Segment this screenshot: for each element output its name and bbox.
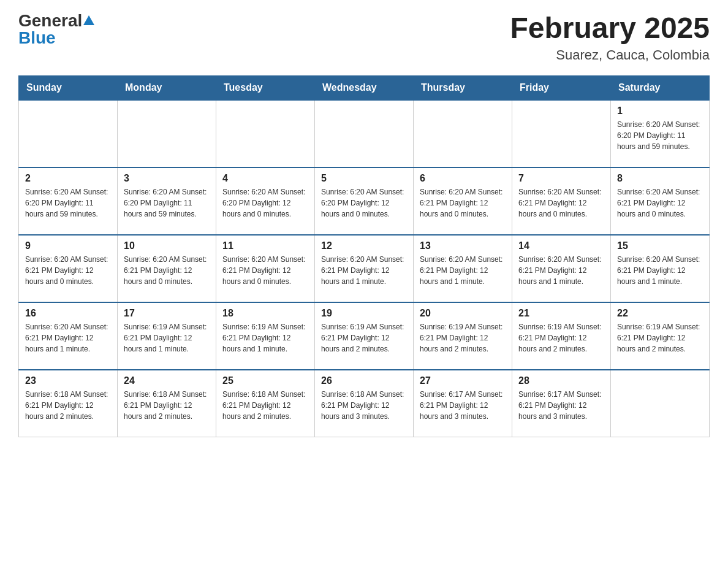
table-row: 6Sunrise: 6:20 AM Sunset: 6:21 PM Daylig… xyxy=(414,167,512,235)
day-number: 12 xyxy=(321,240,407,251)
day-number: 13 xyxy=(420,240,506,251)
day-number: 24 xyxy=(124,375,210,386)
day-number: 10 xyxy=(124,240,210,251)
table-row: 18Sunrise: 6:19 AM Sunset: 6:21 PM Dayli… xyxy=(216,302,315,370)
table-row: 19Sunrise: 6:19 AM Sunset: 6:21 PM Dayli… xyxy=(315,302,414,370)
day-number: 1 xyxy=(617,105,703,117)
day-number: 14 xyxy=(518,240,604,251)
day-number: 2 xyxy=(25,173,111,184)
day-info: Sunrise: 6:17 AM Sunset: 6:21 PM Dayligh… xyxy=(420,389,506,422)
table-row: 26Sunrise: 6:18 AM Sunset: 6:21 PM Dayli… xyxy=(315,370,414,437)
table-row: 12Sunrise: 6:20 AM Sunset: 6:21 PM Dayli… xyxy=(315,235,414,302)
table-row: 1Sunrise: 6:20 AM Sunset: 6:20 PM Daylig… xyxy=(611,100,710,167)
logo-triangle-icon xyxy=(83,15,94,28)
table-row: 20Sunrise: 6:19 AM Sunset: 6:21 PM Dayli… xyxy=(414,302,512,370)
day-info: Sunrise: 6:20 AM Sunset: 6:21 PM Dayligh… xyxy=(518,186,604,220)
calendar-table: Sunday Monday Tuesday Wednesday Thursday… xyxy=(18,75,710,438)
logo-blue: Blue xyxy=(18,29,56,47)
table-row: 21Sunrise: 6:19 AM Sunset: 6:21 PM Dayli… xyxy=(512,302,611,370)
table-row: 27Sunrise: 6:17 AM Sunset: 6:21 PM Dayli… xyxy=(414,370,512,437)
day-info: Sunrise: 6:20 AM Sunset: 6:20 PM Dayligh… xyxy=(321,186,407,220)
day-info: Sunrise: 6:20 AM Sunset: 6:21 PM Dayligh… xyxy=(222,254,308,287)
table-row: 2Sunrise: 6:20 AM Sunset: 6:20 PM Daylig… xyxy=(19,167,118,235)
table-row: 16Sunrise: 6:20 AM Sunset: 6:21 PM Dayli… xyxy=(19,302,118,370)
day-number: 15 xyxy=(617,240,703,251)
table-row xyxy=(315,100,414,167)
page-header: General Blue February 2025 Suarez, Cauca… xyxy=(18,12,710,63)
day-info: Sunrise: 6:20 AM Sunset: 6:21 PM Dayligh… xyxy=(321,254,407,287)
day-info: Sunrise: 6:20 AM Sunset: 6:21 PM Dayligh… xyxy=(420,254,506,287)
col-saturday: Saturday xyxy=(611,75,710,100)
day-info: Sunrise: 6:20 AM Sunset: 6:20 PM Dayligh… xyxy=(222,186,308,220)
table-row: 22Sunrise: 6:19 AM Sunset: 6:21 PM Dayli… xyxy=(611,302,710,370)
table-row: 23Sunrise: 6:18 AM Sunset: 6:21 PM Dayli… xyxy=(19,370,118,437)
day-info: Sunrise: 6:20 AM Sunset: 6:20 PM Dayligh… xyxy=(124,186,210,220)
logo: General Blue xyxy=(18,12,94,47)
day-info: Sunrise: 6:18 AM Sunset: 6:21 PM Dayligh… xyxy=(124,389,210,422)
table-row: 28Sunrise: 6:17 AM Sunset: 6:21 PM Dayli… xyxy=(512,370,611,437)
col-tuesday: Tuesday xyxy=(216,75,315,100)
day-number: 4 xyxy=(222,173,308,184)
day-number: 17 xyxy=(124,308,210,319)
day-number: 27 xyxy=(420,375,506,386)
day-info: Sunrise: 6:20 AM Sunset: 6:21 PM Dayligh… xyxy=(617,186,703,220)
page-location: Suarez, Cauca, Colombia xyxy=(510,47,710,63)
day-number: 11 xyxy=(222,240,308,251)
table-row: 25Sunrise: 6:18 AM Sunset: 6:21 PM Dayli… xyxy=(216,370,315,437)
day-number: 21 xyxy=(518,308,604,319)
day-number: 23 xyxy=(25,375,111,386)
table-row xyxy=(414,100,512,167)
page-title: February 2025 xyxy=(510,12,710,45)
day-number: 8 xyxy=(617,173,703,184)
day-info: Sunrise: 6:20 AM Sunset: 6:21 PM Dayligh… xyxy=(518,254,604,287)
day-info: Sunrise: 6:20 AM Sunset: 6:21 PM Dayligh… xyxy=(420,186,506,220)
table-row xyxy=(118,100,216,167)
day-number: 16 xyxy=(25,308,111,319)
table-row: 15Sunrise: 6:20 AM Sunset: 6:21 PM Dayli… xyxy=(611,235,710,302)
day-info: Sunrise: 6:17 AM Sunset: 6:21 PM Dayligh… xyxy=(518,389,604,422)
calendar-row-1: 2Sunrise: 6:20 AM Sunset: 6:20 PM Daylig… xyxy=(19,167,710,235)
day-info: Sunrise: 6:19 AM Sunset: 6:21 PM Dayligh… xyxy=(124,321,210,354)
col-friday: Friday xyxy=(512,75,611,100)
col-thursday: Thursday xyxy=(414,75,512,100)
day-number: 26 xyxy=(321,375,407,386)
col-monday: Monday xyxy=(118,75,216,100)
day-info: Sunrise: 6:18 AM Sunset: 6:21 PM Dayligh… xyxy=(222,389,308,422)
logo-general: General xyxy=(18,12,82,29)
day-info: Sunrise: 6:19 AM Sunset: 6:21 PM Dayligh… xyxy=(321,321,407,354)
day-number: 20 xyxy=(420,308,506,319)
table-row: 14Sunrise: 6:20 AM Sunset: 6:21 PM Dayli… xyxy=(512,235,611,302)
table-row: 11Sunrise: 6:20 AM Sunset: 6:21 PM Dayli… xyxy=(216,235,315,302)
table-row xyxy=(19,100,118,167)
table-row: 5Sunrise: 6:20 AM Sunset: 6:20 PM Daylig… xyxy=(315,167,414,235)
table-row: 7Sunrise: 6:20 AM Sunset: 6:21 PM Daylig… xyxy=(512,167,611,235)
day-number: 18 xyxy=(222,308,308,319)
day-number: 22 xyxy=(617,308,703,319)
day-info: Sunrise: 6:19 AM Sunset: 6:21 PM Dayligh… xyxy=(617,321,703,354)
table-row: 4Sunrise: 6:20 AM Sunset: 6:20 PM Daylig… xyxy=(216,167,315,235)
day-number: 9 xyxy=(25,240,111,251)
col-sunday: Sunday xyxy=(19,75,118,100)
day-info: Sunrise: 6:20 AM Sunset: 6:20 PM Dayligh… xyxy=(25,186,111,220)
day-info: Sunrise: 6:19 AM Sunset: 6:21 PM Dayligh… xyxy=(420,321,506,354)
day-info: Sunrise: 6:20 AM Sunset: 6:21 PM Dayligh… xyxy=(25,254,111,287)
day-number: 3 xyxy=(124,173,210,184)
day-info: Sunrise: 6:20 AM Sunset: 6:20 PM Dayligh… xyxy=(617,119,703,152)
day-number: 19 xyxy=(321,308,407,319)
col-wednesday: Wednesday xyxy=(315,75,414,100)
day-info: Sunrise: 6:19 AM Sunset: 6:21 PM Dayligh… xyxy=(222,321,308,354)
table-row: 8Sunrise: 6:20 AM Sunset: 6:21 PM Daylig… xyxy=(611,167,710,235)
table-row: 13Sunrise: 6:20 AM Sunset: 6:21 PM Dayli… xyxy=(414,235,512,302)
day-number: 5 xyxy=(321,173,407,184)
day-number: 25 xyxy=(222,375,308,386)
table-row: 10Sunrise: 6:20 AM Sunset: 6:21 PM Dayli… xyxy=(118,235,216,302)
table-row: 24Sunrise: 6:18 AM Sunset: 6:21 PM Dayli… xyxy=(118,370,216,437)
title-block: February 2025 Suarez, Cauca, Colombia xyxy=(510,12,710,63)
day-number: 28 xyxy=(518,375,604,386)
day-info: Sunrise: 6:18 AM Sunset: 6:21 PM Dayligh… xyxy=(25,389,111,422)
day-info: Sunrise: 6:18 AM Sunset: 6:21 PM Dayligh… xyxy=(321,389,407,422)
table-row: 3Sunrise: 6:20 AM Sunset: 6:20 PM Daylig… xyxy=(118,167,216,235)
calendar-row-2: 9Sunrise: 6:20 AM Sunset: 6:21 PM Daylig… xyxy=(19,235,710,302)
day-info: Sunrise: 6:20 AM Sunset: 6:21 PM Dayligh… xyxy=(617,254,703,287)
svg-marker-0 xyxy=(83,15,94,25)
